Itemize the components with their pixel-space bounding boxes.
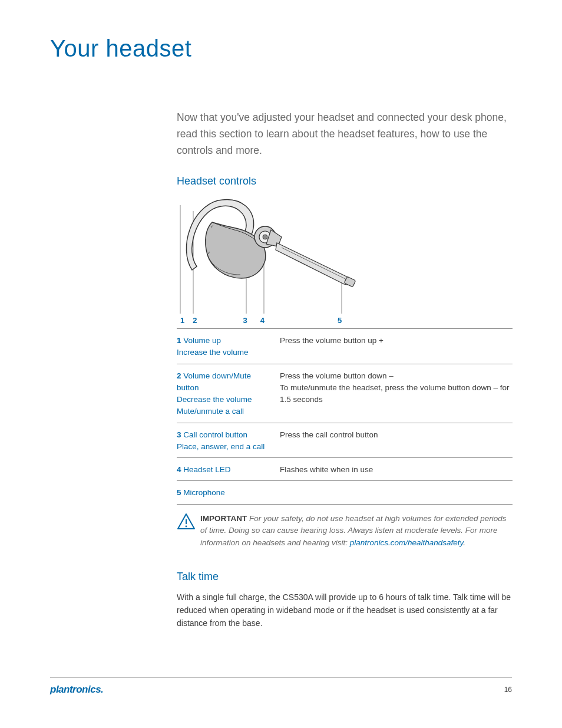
page-number: 16 — [504, 686, 512, 694]
important-note: IMPORTANT For your safety, do not use he… — [177, 513, 513, 550]
content-column: Now that you've adjusted your headset an… — [177, 109, 513, 630]
svg-line-8 — [282, 248, 346, 279]
callout-2: 2 — [193, 316, 197, 325]
important-lead: IMPORTANT — [200, 514, 247, 523]
callout-3: 3 — [243, 316, 247, 325]
important-body-end: . — [463, 538, 465, 547]
row-sub: Mute/unmute a call — [177, 406, 274, 417]
row-label: Volume up — [183, 336, 221, 345]
page-title: Your headset — [50, 35, 512, 62]
row-number: 3 — [177, 430, 181, 439]
health-safety-link[interactable]: plantronics.com/healthandsafety — [350, 538, 464, 547]
talk-time-section: Talk time With a single full charge, the… — [177, 571, 513, 630]
table-row: 2 Volume down/Mute button Decrease the v… — [177, 364, 513, 423]
row-label: Headset LED — [183, 465, 230, 474]
talk-time-body: With a single full charge, the CS530A wi… — [177, 591, 513, 630]
brand-logo: plantronics. — [50, 684, 103, 696]
row-description: Press the volume button down – To mute/u… — [280, 370, 513, 418]
table-row: 3 Call control button Place, answer, end… — [177, 423, 513, 459]
warning-icon — [177, 513, 200, 550]
important-text: IMPORTANT For your safety, do not use he… — [200, 513, 513, 550]
svg-point-7 — [263, 235, 267, 239]
section-heading-talk: Talk time — [177, 571, 513, 583]
row-sub: Place, answer, end a call — [177, 441, 274, 453]
row-description: Press the call control button — [280, 429, 513, 453]
intro-paragraph: Now that you've adjusted your headset an… — [177, 109, 513, 159]
row-description: Flashes white when in use — [280, 464, 513, 476]
table-row: 4 Headset LED Flashes white when in use — [177, 458, 513, 481]
callout-5: 5 — [338, 316, 342, 325]
diagram-callout-numbers: 1 2 3 4 5 — [177, 316, 513, 329]
page-footer: plantronics. 16 — [50, 677, 512, 696]
headset-illustration — [177, 196, 513, 314]
row-number: 5 — [177, 488, 181, 497]
table-row: 1 Volume up Increase the volume Press th… — [177, 329, 513, 364]
document-page: Your headset Now that you've adjusted yo… — [0, 0, 562, 728]
table-row: 5 Microphone — [177, 481, 513, 504]
row-sub: Decrease the volume — [177, 394, 274, 406]
row-label: Volume down/Mute button — [177, 371, 251, 392]
headset-diagram — [177, 196, 513, 314]
row-description: Press the volume button up + — [280, 335, 513, 359]
callout-4: 4 — [260, 316, 265, 325]
callout-1: 1 — [180, 316, 184, 325]
row-number: 4 — [177, 465, 181, 474]
controls-table: 1 Volume up Increase the volume Press th… — [177, 329, 513, 505]
row-number: 1 — [177, 336, 181, 345]
row-sub: Increase the volume — [177, 347, 274, 358]
row-description — [280, 487, 513, 499]
section-heading-controls: Headset controls — [177, 175, 513, 187]
row-number: 2 — [177, 371, 181, 380]
row-label: Call control button — [183, 430, 247, 439]
svg-point-11 — [186, 525, 187, 527]
row-label: Microphone — [183, 488, 225, 497]
